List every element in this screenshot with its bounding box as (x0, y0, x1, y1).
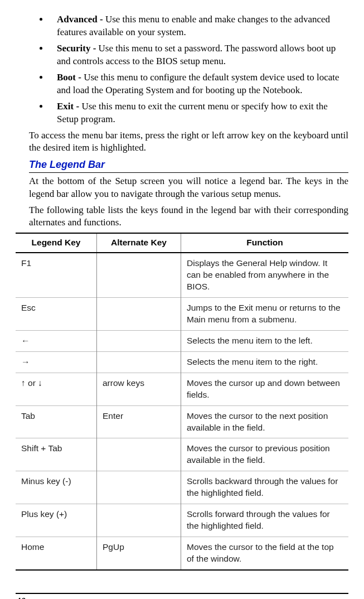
cell-func: Jumps to the Exit menu or returns to the… (181, 298, 349, 331)
header-function: Function (181, 233, 349, 253)
table-row: Plus key (+)Scrolls forward through the … (16, 504, 348, 537)
table-header-row: Legend Key Alternate Key Function (16, 233, 348, 253)
table-row: HomePgUpMoves the cursor to the field at… (16, 537, 348, 570)
list-item: Boot - Use this menu to configure the de… (49, 71, 348, 97)
term-exit-desc: Use this menu to exit the current menu o… (57, 101, 328, 124)
table-row: EscJumps to the Exit menu or returns to … (16, 298, 348, 331)
table-row: Shift + TabMoves the cursor to previous … (16, 438, 348, 471)
cell-func: Displays the General Help window. It can… (181, 253, 349, 297)
page-number: 40 (16, 593, 348, 599)
cell-func: Scrolls forward through the values for t… (181, 504, 349, 537)
cell-func: Moves the cursor up and down between fie… (181, 373, 349, 405)
cell-alt: arrow keys (97, 373, 181, 405)
term-advanced: Advanced - (57, 14, 105, 25)
cell-alt (97, 438, 181, 471)
cell-legend: Tab (16, 405, 97, 438)
cell-alt (97, 351, 181, 373)
cell-alt (97, 330, 181, 351)
cell-legend: F1 (16, 253, 97, 297)
cell-func: Scrolls backward through the values for … (181, 471, 349, 504)
cell-alt (97, 253, 181, 297)
list-item: Exit - Use this menu to exit the current… (49, 100, 348, 126)
cell-func: Moves the cursor to the next position av… (181, 405, 349, 438)
term-security: Security - (57, 43, 99, 54)
cell-legend: Plus key (+) (16, 504, 97, 537)
legend-key-table: Legend Key Alternate Key Function F1Disp… (16, 233, 348, 570)
cell-alt: PgUp (97, 537, 181, 570)
table-row: Minus key (-)Scrolls backward through th… (16, 471, 348, 504)
cell-legend: ↑ or ↓ (16, 373, 97, 405)
table-row: F1Displays the General Help window. It c… (16, 253, 348, 297)
cell-legend: Esc (16, 298, 97, 331)
cell-alt (97, 504, 181, 537)
cell-legend: Minus key (-) (16, 471, 97, 504)
cell-legend: → (16, 351, 97, 373)
term-boot: Boot - (57, 72, 84, 83)
list-item: Advanced - Use this menu to enable and m… (49, 13, 348, 39)
list-item: Security - Use this menu to set a passwo… (49, 42, 348, 68)
table-row: ↑ or ↓arrow keysMoves the cursor up and … (16, 373, 348, 405)
cell-legend: ← (16, 330, 97, 351)
term-security-desc: Use this menu to set a password. The pas… (57, 43, 336, 66)
table-row: TabEnterMoves the cursor to the next pos… (16, 405, 348, 438)
cell-func: Moves the cursor to previous position av… (181, 438, 349, 471)
cell-alt: Enter (97, 405, 181, 438)
cell-func: Selects the menu item to the right. (181, 351, 349, 373)
table-row: →Selects the menu item to the right. (16, 351, 348, 373)
cell-func: Moves the cursor to the field at the top… (181, 537, 349, 570)
legend-intro-2: The following table lists the keys found… (29, 204, 348, 230)
header-legend-key: Legend Key (16, 233, 97, 253)
legend-intro-1: At the bottom of the Setup screen you wi… (29, 175, 348, 201)
table-row: ←Selects the menu item to the left. (16, 330, 348, 351)
cell-alt (97, 471, 181, 504)
cell-alt (97, 298, 181, 331)
cell-func: Selects the menu item to the left. (181, 330, 349, 351)
cell-legend: Home (16, 537, 97, 570)
access-instructions: To access the menu bar items, press the … (29, 129, 348, 155)
cell-legend: Shift + Tab (16, 438, 97, 471)
header-alternate-key: Alternate Key (97, 233, 181, 253)
term-exit: Exit - (57, 101, 81, 112)
legend-bar-heading: The Legend Bar (29, 158, 348, 172)
menu-bullet-list: Advanced - Use this menu to enable and m… (16, 13, 348, 126)
term-boot-desc: Use this menu to configure the default s… (57, 72, 339, 95)
